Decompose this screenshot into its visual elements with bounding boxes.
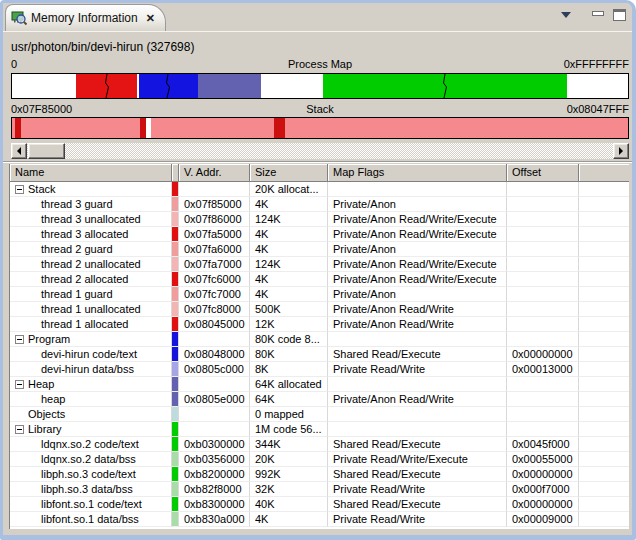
cell-size: 64K allocated [250,377,328,392]
memory-table-body: Stack20K allocat...thread 3 guard0x07f85… [10,182,629,529]
cell-name: Library [10,422,172,437]
cell-color [172,362,179,377]
cell-color [172,317,179,332]
cell-size: 992K [250,467,328,482]
scrollbar-track[interactable] [11,143,629,159]
cell-filler [579,422,629,437]
address-break-icon [441,74,449,98]
table-row[interactable]: thread 1 allocated0x0804500012KPrivate/A… [10,317,629,332]
table-row[interactable]: Objects0 mapped [10,407,629,422]
cell-filler [579,182,629,197]
cell-color [172,257,179,272]
cell-size: 12K [250,317,328,332]
memory-color-swatch [172,332,178,346]
table-row[interactable]: thread 3 guard0x07f850004KPrivate/Anon [10,197,629,212]
column-header-blank-1[interactable] [172,164,179,182]
row-label: libfont.so.1 data/bss [41,512,139,526]
collapse-expander-icon[interactable] [15,425,24,434]
minimize-icon[interactable] [592,11,604,16]
cell-vaddr: 0xb0356000 [179,452,250,467]
memory-color-swatch [172,422,178,436]
table-row[interactable]: Heap64K allocated [10,377,629,392]
row-label: devi-hirun code/text [41,347,137,361]
table-row[interactable]: libph.so.3 data/bss0xb82f800032KPrivate … [10,482,629,497]
table-row[interactable]: libfont.so.1 data/bss0xb830a0004KPrivate… [10,512,629,527]
scroll-left-button[interactable] [11,143,27,159]
table-row[interactable]: libph.so.3 code/text0xb8200000992KShared… [10,467,629,482]
cell-filler [579,242,629,257]
close-icon[interactable]: ✕ [146,12,155,25]
cell-map-flags: Private/Anon Read/Write/Execute [328,272,507,287]
table-row[interactable]: ldqnx.so.2 data/bss0xb035600020KPrivate … [10,452,629,467]
cell-offset [507,317,579,332]
collapse-expander-icon[interactable] [15,380,24,389]
stack-mark [146,118,150,138]
cell-size: 4K [250,227,328,242]
cell-name: thread 3 guard [10,197,172,212]
table-row[interactable]: thread 3 unallocated0x07f86000124KPrivat… [10,212,629,227]
cell-map-flags [328,407,507,422]
collapse-expander-icon[interactable] [15,335,24,344]
table-row[interactable]: thread 2 unallocated0x07fa7000124KPrivat… [10,257,629,272]
table-row[interactable]: ldqnx.so.2 code/text0xb0300000344KShared… [10,437,629,452]
stack-mark [274,118,279,138]
cell-offset [507,227,579,242]
process-map-segment-free [567,74,628,98]
cell-map-flags: Private/Anon Read/Write [328,317,507,332]
table-row[interactable]: Stack20K allocat... [10,182,629,197]
process-map-segment-program [139,74,198,98]
cell-offset [507,332,579,347]
cell-map-flags: Private/Anon Read/Write/Execute [328,257,507,272]
cell-filler [579,272,629,287]
cell-color [172,242,179,257]
collapse-expander-icon[interactable] [15,185,24,194]
cell-name: Stack [10,182,172,197]
tab-memory-information[interactable]: Memory Information ✕ [5,4,166,31]
cell-name: thread 1 guard [10,287,172,302]
scroll-right-button[interactable] [613,143,629,159]
view-content: usr/photon/bin/devi-hirun (327698) 0 Pro… [3,31,632,535]
table-row[interactable]: devi-hirun code/text0x0804800080KShared … [10,347,629,362]
view-title: Memory Information [31,11,138,25]
table-row[interactable]: thread 3 allocated0x07fa50004KPrivate/An… [10,227,629,242]
maximize-icon[interactable] [613,9,626,21]
cell-vaddr: 0x07fc6000 [179,272,250,287]
cell-name: libph.so.3 code/text [10,467,172,482]
table-row[interactable]: thread 1 unallocated0x07fc8000500KPrivat… [10,302,629,317]
memory-color-swatch [172,512,178,526]
row-label: thread 1 allocated [41,317,128,331]
cell-map-flags [328,182,507,197]
cell-map-flags: Private/Anon Read/Write/Execute [328,212,507,227]
cell-name: devi-hirun data/bss [10,362,172,377]
cell-offset [507,257,579,272]
table-row[interactable]: devi-hirun data/bss0x0805c0008KPrivate R… [10,362,629,377]
column-header-size[interactable]: Size [250,164,328,182]
view-titlebar: Memory Information ✕ [3,3,632,31]
table-row[interactable]: Program80K code 8... [10,332,629,347]
table-row[interactable]: thread 2 guard0x07fa60004KPrivate/Anon [10,242,629,257]
arrow-left-icon [17,147,21,155]
memory-color-swatch [172,392,178,406]
cell-map-flags: Private Read/Write/Execute [328,452,507,467]
memory-color-swatch [172,257,178,271]
column-header-v-addr-[interactable]: V. Addr. [179,164,250,182]
view-menu-chevron-icon[interactable] [561,12,571,18]
table-row[interactable]: libfont.so.1 code/text0xb830000040KShare… [10,497,629,512]
arrow-right-icon [619,147,623,155]
table-row[interactable]: thread 1 guard0x07fc70004KPrivate/Anon [10,287,629,302]
column-header-blank-6[interactable] [579,164,629,182]
column-header-offset[interactable]: Offset [507,164,579,182]
cell-name: ldqnx.so.2 data/bss [10,452,172,467]
table-row[interactable]: thread 2 allocated0x07fc60004KPrivate/An… [10,272,629,287]
column-header-map-flags[interactable]: Map Flags [328,164,507,182]
cell-map-flags: Shared Read/Execute [328,497,507,512]
cell-size: 1M code 56... [250,422,328,437]
cell-map-flags: Private/Anon [328,242,507,257]
cell-vaddr [179,332,250,347]
table-row[interactable]: Library1M code 56... [10,422,629,437]
scrollbar-thumb[interactable] [28,143,65,159]
column-header-name[interactable]: Name [10,164,172,182]
memory-color-swatch [172,272,178,286]
row-label: Program [28,332,70,346]
table-row[interactable]: heap0x0805e00064KPrivate/Anon Read/Write [10,392,629,407]
